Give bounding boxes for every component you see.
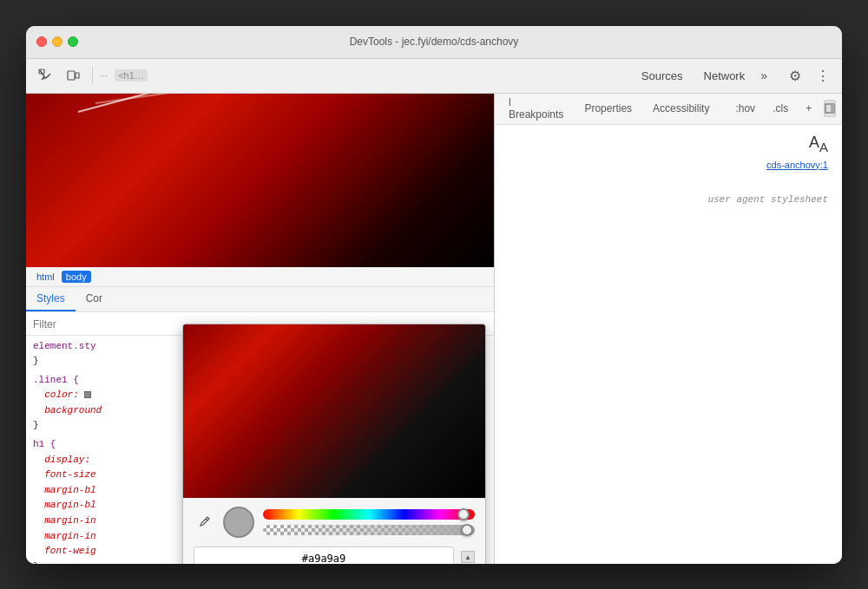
- breadcrumb-bar: html body: [26, 267, 494, 287]
- color-swatch-inline[interactable]: [84, 391, 91, 398]
- hex-increment-button[interactable]: ▲: [461, 551, 475, 563]
- right-content: AA cds-anchovy:1 user agent stylesheet: [495, 125, 842, 564]
- sliders-area: [263, 509, 475, 535]
- second-toolbar: l Breakpoints Properties Accessibility :…: [495, 94, 842, 125]
- svg-rect-1: [68, 71, 75, 80]
- page-preview: [26, 94, 494, 267]
- html-breadcrumb[interactable]: html: [33, 272, 58, 282]
- more-tabs-button[interactable]: »: [755, 65, 773, 86]
- devtools-toolbar: ··· <h1… Sources Network » ⚙ ⋮: [26, 59, 842, 94]
- hue-thumb[interactable]: [457, 508, 470, 520]
- body-breadcrumb[interactable]: body: [62, 271, 91, 283]
- alpha-slider[interactable]: [263, 525, 475, 535]
- tab-network[interactable]: Network: [694, 64, 756, 88]
- toggle-sidebar-button[interactable]: [824, 100, 836, 117]
- html-tag: <h1…: [115, 69, 148, 82]
- css-selector: element.sty: [33, 341, 96, 351]
- cls-button[interactable]: .cls: [767, 99, 793, 118]
- titlebar: DevTools - jec.fyi/demo/cds-anchovy: [26, 26, 842, 59]
- svg-rect-5: [831, 104, 834, 113]
- toolbar-actions: ⚙ ⋮: [783, 63, 835, 88]
- tab-styles[interactable]: Styles: [26, 287, 76, 311]
- traffic-lights: [36, 36, 78, 47]
- color-gradient-canvas[interactable]: [183, 324, 485, 498]
- stylesheet-link[interactable]: cds-anchovy:1: [766, 160, 828, 170]
- minimize-button[interactable]: [52, 36, 62, 47]
- tab-breakpoints[interactable]: l Breakpoints: [502, 94, 570, 125]
- color-picker-popup: HEX ▲ ▼ Contrast ratio 27.05% 🚫: [182, 324, 486, 564]
- kebab-menu-icon[interactable]: ⋮: [811, 63, 835, 88]
- tab-properties[interactable]: Properties: [577, 99, 639, 118]
- color-preview-circle: [223, 507, 254, 538]
- styles-header: Styles Cor: [26, 287, 494, 312]
- toolbar-tabs: Sources Network »: [631, 64, 773, 88]
- tab-accessibility[interactable]: Accessibility: [646, 99, 716, 118]
- device-icon[interactable]: [61, 63, 85, 88]
- alpha-overlay: [263, 525, 475, 535]
- breadcrumb-dots: ···: [100, 70, 108, 81]
- hex-row: HEX ▲ ▼: [183, 546, 485, 564]
- window-title: DevTools - jec.fyi/demo/cds-anchovy: [350, 36, 519, 48]
- hex-arrows: ▲ ▼: [461, 551, 475, 564]
- color-controls: [183, 498, 485, 546]
- toolbar-separator: [92, 67, 93, 84]
- eyedropper-button[interactable]: [194, 512, 214, 533]
- add-rule-button[interactable]: +: [800, 99, 817, 118]
- font-size-indicator: AA: [809, 134, 828, 154]
- agent-stylesheet-label: user agent stylesheet: [707, 194, 828, 205]
- hex-input[interactable]: [194, 547, 453, 564]
- inspector-icon[interactable]: [33, 63, 57, 88]
- tab-computed[interactable]: Cor: [76, 287, 113, 311]
- alpha-thumb[interactable]: [461, 524, 473, 536]
- hov-button[interactable]: :hov: [730, 99, 760, 118]
- devtools-window: DevTools - jec.fyi/demo/cds-anchovy ··· …: [26, 26, 842, 564]
- maximize-button[interactable]: [68, 36, 78, 47]
- main-area: html body Styles Cor element.sty } .line…: [26, 94, 842, 564]
- tab-sources[interactable]: Sources: [631, 64, 694, 88]
- right-panel: l Breakpoints Properties Accessibility :…: [495, 94, 842, 564]
- settings-icon[interactable]: ⚙: [783, 63, 807, 88]
- hex-input-wrapper: [194, 546, 454, 564]
- hue-slider[interactable]: [263, 509, 475, 520]
- left-panel: html body Styles Cor element.sty } .line…: [26, 94, 495, 564]
- hex-input-area: HEX: [194, 546, 454, 564]
- close-button[interactable]: [36, 36, 47, 47]
- svg-rect-2: [76, 73, 79, 78]
